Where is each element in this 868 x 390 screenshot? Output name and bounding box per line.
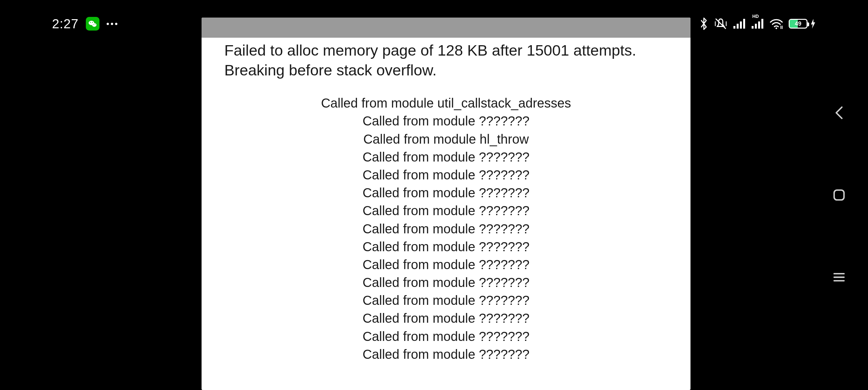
callstack-line: Called from module ??????? <box>224 184 668 202</box>
more-notifications-icon <box>106 23 117 25</box>
callstack-list: Called from module util_callstack_adress… <box>224 94 668 363</box>
system-nav-rail <box>825 0 854 390</box>
svg-rect-9 <box>743 19 745 29</box>
hd-badge: HD <box>752 14 759 19</box>
bluetooth-icon <box>699 17 709 30</box>
vibrate-silent-icon <box>714 17 727 31</box>
signal-sim1-icon <box>733 18 746 29</box>
battery-percent-text: 49 <box>789 21 807 27</box>
nav-home-button[interactable] <box>828 184 850 206</box>
charging-bolt-icon <box>810 19 816 29</box>
status-right-cluster: HD 49 <box>699 17 816 31</box>
callstack-line: Called from module ??????? <box>224 148 668 166</box>
battery-indicator: 49 <box>789 19 816 29</box>
nav-recents-button[interactable] <box>828 266 850 289</box>
callstack-line: Called from module ??????? <box>224 112 668 130</box>
svg-rect-13 <box>762 19 763 29</box>
error-body: Failed to alloc memory page of 128 KB af… <box>202 38 690 363</box>
svg-rect-7 <box>737 24 739 29</box>
signal-sim2-icon: HD <box>751 18 764 29</box>
svg-point-3 <box>92 22 93 23</box>
svg-rect-8 <box>740 22 742 29</box>
svg-rect-12 <box>758 22 760 29</box>
status-bar: 2:27 <box>0 12 868 35</box>
nav-back-button[interactable] <box>828 101 850 124</box>
svg-point-4 <box>93 24 94 25</box>
callstack-line: Called from module ??????? <box>224 328 668 346</box>
svg-point-5 <box>95 24 95 25</box>
svg-rect-11 <box>755 24 757 29</box>
svg-point-14 <box>776 28 777 29</box>
callstack-line: Called from module ??????? <box>224 202 668 220</box>
error-dialog: Failed to alloc memory page of 128 KB af… <box>202 18 690 390</box>
callstack-line: Called from module ??????? <box>224 238 668 256</box>
callstack-line: Called from module hl_throw <box>224 130 668 148</box>
wechat-notification-icon <box>86 17 99 31</box>
wifi-icon <box>769 18 783 29</box>
callstack-line: Called from module util_callstack_adress… <box>224 94 668 112</box>
callstack-line: Called from module ??????? <box>224 220 668 238</box>
callstack-line: Called from module ??????? <box>224 274 668 292</box>
svg-point-2 <box>90 22 91 23</box>
svg-rect-10 <box>752 26 753 29</box>
error-message: Failed to alloc memory page of 128 KB af… <box>224 40 668 80</box>
callstack-line: Called from module ??????? <box>224 346 668 363</box>
status-left-cluster: 2:27 <box>52 17 117 31</box>
callstack-line: Called from module ??????? <box>224 166 668 184</box>
callstack-line: Called from module ??????? <box>224 292 668 310</box>
svg-rect-15 <box>834 190 844 200</box>
svg-rect-6 <box>734 26 735 29</box>
callstack-line: Called from module ??????? <box>224 310 668 327</box>
svg-point-1 <box>92 23 97 27</box>
callstack-line: Called from module ??????? <box>224 256 668 274</box>
clock: 2:27 <box>52 17 79 31</box>
